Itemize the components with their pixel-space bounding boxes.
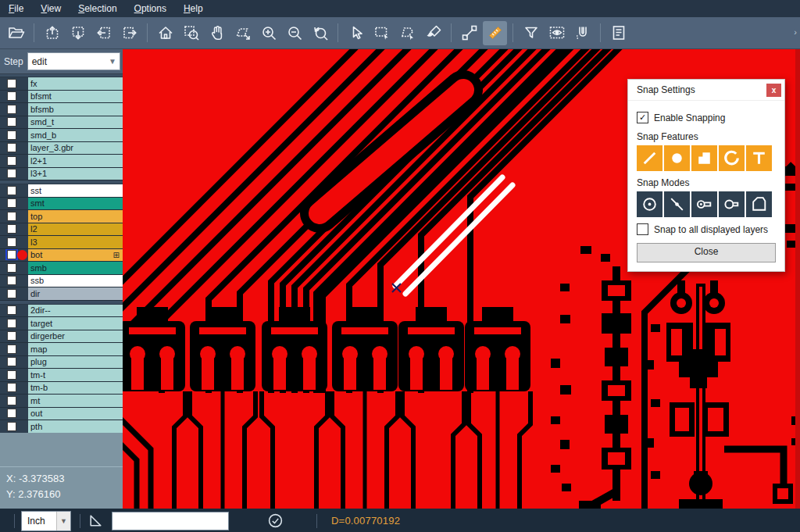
- layer-visibility-checkbox[interactable]: [7, 276, 16, 285]
- layer-name[interactable]: dirgerber: [28, 330, 123, 343]
- layer-name[interactable]: tm-t: [28, 369, 123, 381]
- pan-down-icon[interactable]: [66, 21, 90, 45]
- menu-selection[interactable]: Selection: [70, 3, 125, 14]
- layer-name[interactable]: bfsmb: [28, 103, 123, 116]
- layer-name[interactable]: smd_t: [28, 116, 123, 129]
- zoom-in-icon[interactable]: [256, 21, 280, 45]
- layer-name[interactable]: ssb: [28, 275, 123, 287]
- layer-visibility-checkbox[interactable]: [7, 331, 16, 341]
- layer-row-bfsmb[interactable]: bfsmb: [0, 103, 123, 116]
- layer-name[interactable]: smt: [28, 198, 123, 210]
- layer-name[interactable]: bot⊞: [28, 249, 123, 262]
- layer-name[interactable]: mt: [28, 395, 123, 407]
- zoom-out-icon[interactable]: [282, 21, 306, 45]
- layer-name[interactable]: layer_3.gbr: [28, 142, 123, 155]
- snap-arc-icon[interactable]: [719, 145, 745, 171]
- layer-row-smt[interactable]: smt: [0, 198, 123, 211]
- layer-name[interactable]: l3+1: [28, 168, 123, 180]
- layer-name[interactable]: map: [28, 343, 123, 355]
- layer-name[interactable]: sst: [28, 184, 123, 197]
- layer-visibility-checkbox[interactable]: [7, 117, 16, 127]
- layer-name[interactable]: bfsmt: [28, 91, 123, 103]
- zoom-area-icon[interactable]: [179, 21, 203, 45]
- layer-row-l3+1[interactable]: l3+1: [0, 168, 123, 181]
- layer-name[interactable]: dir: [28, 287, 123, 300]
- layer-visibility-checkbox[interactable]: [7, 91, 16, 101]
- layer-visibility-checkbox[interactable]: [7, 289, 16, 298]
- layer-name[interactable]: l2: [28, 223, 123, 236]
- layer-visibility-checkbox[interactable]: [7, 383, 16, 392]
- layer-row-smb[interactable]: smb: [0, 262, 123, 275]
- snap-surface-icon[interactable]: [691, 145, 717, 171]
- snap-center-icon[interactable]: [637, 191, 662, 217]
- layer-visibility-checkbox[interactable]: [7, 237, 16, 247]
- snap-midpoint-icon[interactable]: [664, 191, 690, 217]
- layer-row-fx[interactable]: fx: [0, 77, 123, 91]
- layer-row-tm-t[interactable]: tm-t: [0, 369, 123, 382]
- layer-name[interactable]: out: [28, 408, 123, 420]
- polygon-select-icon[interactable]: [395, 21, 420, 45]
- measure-distance-icon[interactable]: [457, 21, 481, 45]
- layer-row-l3[interactable]: l3: [0, 236, 123, 249]
- pan-left-icon[interactable]: [91, 21, 116, 45]
- layer-name[interactable]: l2+1: [28, 155, 123, 167]
- layer-row-smd_b[interactable]: smd_b: [0, 129, 123, 142]
- layer-visibility-checkbox[interactable]: [7, 263, 16, 273]
- layer-visibility-checkbox[interactable]: [7, 409, 16, 418]
- layer-name[interactable]: top: [28, 210, 123, 223]
- layer-visibility-checkbox[interactable]: [7, 156, 16, 166]
- pcb-canvas[interactable]: Snap Settings x ✓ Enable Snapping Snap F…: [123, 49, 800, 509]
- snap-all-layers-checkbox[interactable]: [637, 223, 648, 235]
- layer-name[interactable]: plug: [28, 356, 123, 369]
- layer-name[interactable]: tm-b: [28, 382, 123, 395]
- layer-row-ssb[interactable]: ssb: [0, 275, 123, 288]
- angle-measure-icon[interactable]: [88, 512, 104, 529]
- layer-row-dir[interactable]: dir: [0, 287, 123, 301]
- snap-pad-outline-icon[interactable]: [719, 191, 745, 217]
- layer-visibility-checkbox[interactable]: [7, 345, 16, 354]
- dialog-title-bar[interactable]: Snap Settings x: [628, 80, 784, 101]
- layer-row-tm-b[interactable]: tm-b: [0, 382, 123, 395]
- pan-up-icon[interactable]: [40, 21, 64, 45]
- dialog-close-button[interactable]: Close: [637, 243, 776, 262]
- pan-right-icon[interactable]: [117, 21, 141, 45]
- home-icon[interactable]: [153, 21, 177, 45]
- layer-row-mt[interactable]: mt: [0, 395, 123, 408]
- layer-visibility-checkbox[interactable]: [7, 212, 16, 221]
- layer-visibility-checkbox[interactable]: [7, 319, 16, 328]
- snap-region-icon[interactable]: [746, 191, 772, 217]
- layer-name[interactable]: smb: [28, 262, 123, 274]
- ruler-icon[interactable]: [483, 21, 507, 45]
- layer-row-2dir--[interactable]: 2dir--: [0, 305, 123, 318]
- cursor-select-icon[interactable]: [344, 21, 368, 45]
- menu-options[interactable]: Options: [126, 3, 175, 14]
- layer-name[interactable]: target: [28, 317, 123, 330]
- menu-help[interactable]: Help: [175, 3, 212, 14]
- filter-icon[interactable]: [519, 21, 543, 45]
- layer-row-bfsmt[interactable]: bfsmt: [0, 91, 123, 104]
- layer-name[interactable]: pth: [28, 420, 123, 433]
- layer-visibility-checkbox[interactable]: [7, 169, 16, 178]
- unit-dropdown[interactable]: Inch ▼: [21, 511, 71, 531]
- layer-name[interactable]: 2dir--: [28, 305, 123, 317]
- zoom-previous-icon[interactable]: [308, 21, 332, 45]
- snap-magnet-icon[interactable]: [570, 21, 595, 45]
- dialog-close-icon[interactable]: x: [766, 84, 781, 97]
- report-list-icon[interactable]: [606, 21, 630, 45]
- snap-text-icon[interactable]: [746, 145, 772, 171]
- layer-visibility-checkbox[interactable]: [7, 396, 16, 405]
- layer-visibility-checkbox[interactable]: [7, 357, 16, 366]
- layer-visibility-checkbox[interactable]: [7, 224, 16, 234]
- layer-name[interactable]: l3: [28, 236, 123, 248]
- layer-row-bot[interactable]: bot⊞: [0, 249, 123, 262]
- layer-row-layer_3.gbr[interactable]: layer_3.gbr: [0, 142, 123, 155]
- circle-check-icon[interactable]: [267, 512, 284, 529]
- layer-row-plug[interactable]: plug: [0, 356, 123, 370]
- layer-name[interactable]: fx: [28, 77, 123, 90]
- measure-input[interactable]: [112, 512, 229, 530]
- snap-line-icon[interactable]: [637, 145, 662, 171]
- layer-visibility-checkbox[interactable]: [7, 186, 16, 195]
- layer-row-l2[interactable]: l2: [0, 223, 123, 237]
- brush-select-icon[interactable]: [421, 21, 445, 45]
- layer-row-pth[interactable]: pth: [0, 420, 123, 433]
